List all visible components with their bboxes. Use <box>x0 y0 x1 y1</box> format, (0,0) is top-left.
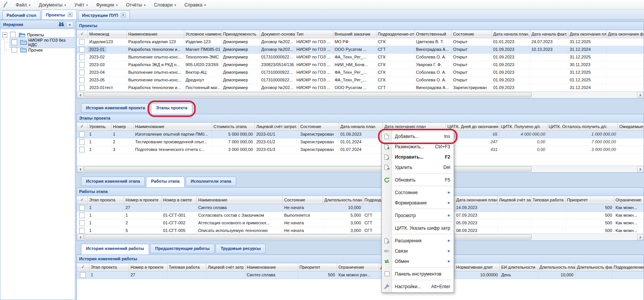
cell[interactable]: 01.01.2024 <box>339 138 383 146</box>
cell[interactable]: Технология-ЭМС <box>184 53 221 61</box>
cell[interactable] <box>618 146 644 153</box>
cell[interactable]: 2023-05 <box>88 76 127 84</box>
cell[interactable]: 1 <box>124 211 161 219</box>
menubar-item-functions[interactable]: Функции▾ <box>92 0 122 10</box>
cell[interactable]: Постоянный маг... <box>184 84 221 91</box>
cell[interactable]: СГК <box>376 76 414 84</box>
tab-project-history[interactable]: История изменений проекта <box>81 103 150 113</box>
menu-item-delete[interactable]: УдалитьDel <box>382 162 454 172</box>
cell[interactable]: Открыт <box>451 38 492 45</box>
cell[interactable]: 3,000 <box>323 219 363 227</box>
horizontal-scrollbar[interactable] <box>77 234 644 240</box>
cell[interactable]: Зарегистрирован <box>298 138 339 146</box>
cell[interactable]: 27 <box>124 204 161 211</box>
cell[interactable]: Соболева О. А. <box>414 53 451 61</box>
menu-item-preview[interactable]: Просмотр▶ <box>382 210 454 221</box>
cell[interactable]: ФА_Техн_Рег_... <box>333 76 376 84</box>
menu-item-toolbar-toggle[interactable]: Панель инструментов <box>382 269 454 279</box>
cell[interactable]: 01.09.2023 <box>492 76 530 84</box>
row-checkbox[interactable] <box>79 205 85 211</box>
cell[interactable]: Соболева О. А. <box>414 76 451 84</box>
cell[interactable]: 2023-01тест <box>88 84 127 91</box>
row-checkbox[interactable] <box>79 77 85 83</box>
cell[interactable]: Описать используемую технологию <box>196 227 282 234</box>
cell[interactable]: НИОКР по ГОЗ ... <box>295 68 333 76</box>
table-row[interactable]: 127Синтез сплаваНе начата10,00014.09.202… <box>77 204 644 211</box>
column-header[interactable]: Дата окончания пл <box>568 30 606 38</box>
cell[interactable]: Изделие-123 <box>184 38 221 45</box>
cell[interactable]: ФА_Техн_Рег_... <box>333 68 376 76</box>
cell[interactable] <box>618 130 644 138</box>
cell[interactable]: НИОКР по ГОЗ ... <box>295 61 333 68</box>
table-row[interactable]: 1101-СГТ-001Согласовать состав с Заказчи… <box>77 211 644 219</box>
cell[interactable]: Дредноут <box>184 76 221 84</box>
table-row[interactable]: 2023-03Разработка ЭКД и РКД н...905-U020… <box>77 61 644 68</box>
toolbar-checkbox[interactable] <box>384 271 389 276</box>
cell[interactable]: 10,000 <box>323 204 363 211</box>
column-header[interactable]: ЦИТК. Получено д/с <box>499 123 547 130</box>
cell[interactable]: Согласовать состав с Заказчиком <box>196 211 282 219</box>
row-checkbox[interactable] <box>79 220 85 226</box>
column-header[interactable]: Номер <box>111 123 133 130</box>
column-header[interactable]: Длительность фак <box>575 263 612 271</box>
cell[interactable]: 3 000 000,00 <box>547 146 618 153</box>
cell[interactable]: 2023-04 <box>88 68 127 76</box>
cell[interactable]: Как можн... <box>614 204 644 211</box>
cell[interactable]: 01.12.2025 <box>568 76 606 84</box>
cell[interactable]: 1 <box>88 219 124 227</box>
cell[interactable]: День <box>500 271 538 279</box>
cell[interactable]: Разработка технологии и... <box>127 84 184 91</box>
scroll-right-button[interactable] <box>637 234 643 240</box>
row-checkbox[interactable] <box>79 228 85 234</box>
cell[interactable]: 500 <box>565 219 614 227</box>
menu-item-relations[interactable]: Связи▶ <box>382 246 454 256</box>
row-checkbox[interactable] <box>79 39 85 45</box>
column-header[interactable]: Состояние <box>298 123 339 130</box>
menu-item-formation[interactable]: Формирование▶ <box>382 198 454 208</box>
table-row[interactable]: 2023-01тестРазработка технологии и...Пос… <box>77 84 644 91</box>
cell[interactable] <box>606 45 644 53</box>
cell[interactable]: 1 <box>111 130 133 138</box>
cell[interactable] <box>618 138 644 146</box>
menu-item-add[interactable]: Добавить...Ins <box>382 131 454 141</box>
cell[interactable] <box>497 211 531 219</box>
row-select-cell[interactable] <box>77 84 88 91</box>
scroll-left-button[interactable] <box>77 92 83 98</box>
cell[interactable]: 2023-01 <box>88 45 127 53</box>
scroll-right-button[interactable] <box>637 92 643 98</box>
table-row[interactable]: 2023-04Выполнение опытно-конс...Вектор-А… <box>77 68 644 76</box>
column-header[interactable]: Принадлежность <box>221 30 260 38</box>
column-header[interactable]: Дата окончания план <box>383 123 446 130</box>
table-row[interactable]: 1501-СГТ-005Описать используемую техноло… <box>77 227 644 234</box>
column-header[interactable]: Условное наименова <box>184 30 221 38</box>
cell[interactable]: Уварова Г. Ф. <box>414 61 451 68</box>
cell[interactable]: СГК <box>376 61 414 68</box>
menubar-item-file[interactable]: Файл▾ <box>11 0 35 10</box>
cell[interactable] <box>530 84 568 91</box>
column-header[interactable]: Ожидаемые <box>618 123 644 130</box>
cell[interactable]: НИОКР по ГОЗ ... <box>295 76 333 84</box>
tree-node-content[interactable]: Прочее <box>10 47 46 54</box>
cell[interactable]: Зарегистрирован <box>451 84 492 91</box>
cell[interactable]: 905-U020-23/269 <box>184 61 221 68</box>
column-header[interactable]: Документ-основан <box>260 30 295 38</box>
cell[interactable]: 5,000 <box>323 211 363 219</box>
row-select-cell[interactable] <box>77 45 88 53</box>
cell[interactable]: 017310000922... <box>260 68 295 76</box>
cell[interactable]: 3 000 000,00 <box>212 146 255 153</box>
cell[interactable]: Демопример <box>221 84 260 91</box>
cell[interactable] <box>530 61 568 68</box>
cell[interactable]: Виноградова А... <box>414 84 451 91</box>
collapse-sidebar-button[interactable]: « <box>66 21 73 28</box>
close-icon[interactable]: × <box>68 12 73 17</box>
close-icon[interactable]: × <box>121 13 126 18</box>
row-checkbox[interactable] <box>80 272 86 278</box>
cell[interactable]: Разработка ЭКД и РКД н... <box>127 61 184 68</box>
cell[interactable]: 01.01.2023 <box>492 38 530 45</box>
cell[interactable]: Договор №202... <box>260 45 295 53</box>
cell[interactable]: НИОКР по ГОЗ ... <box>295 84 333 91</box>
menubar-item-dictionaries[interactable]: Словари▾ <box>150 0 180 10</box>
cell[interactable]: 05.09.2023 <box>454 219 497 227</box>
cell[interactable]: Подготовка технического отчета с... <box>133 146 212 153</box>
tab-instructions-pup[interactable]: Инструкции ПУП× <box>78 10 130 19</box>
